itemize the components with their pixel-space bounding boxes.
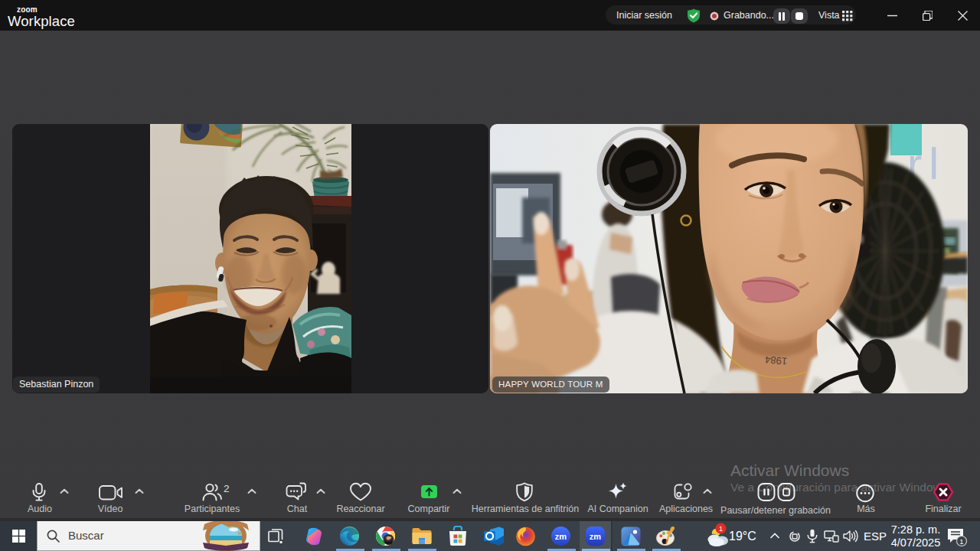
svg-text:zm: zm bbox=[590, 532, 602, 541]
svg-text:1: 1 bbox=[719, 525, 723, 533]
svg-text:zm: zm bbox=[555, 532, 567, 541]
svg-text:1: 1 bbox=[959, 537, 963, 546]
svg-text:1984: 1984 bbox=[765, 354, 788, 367]
